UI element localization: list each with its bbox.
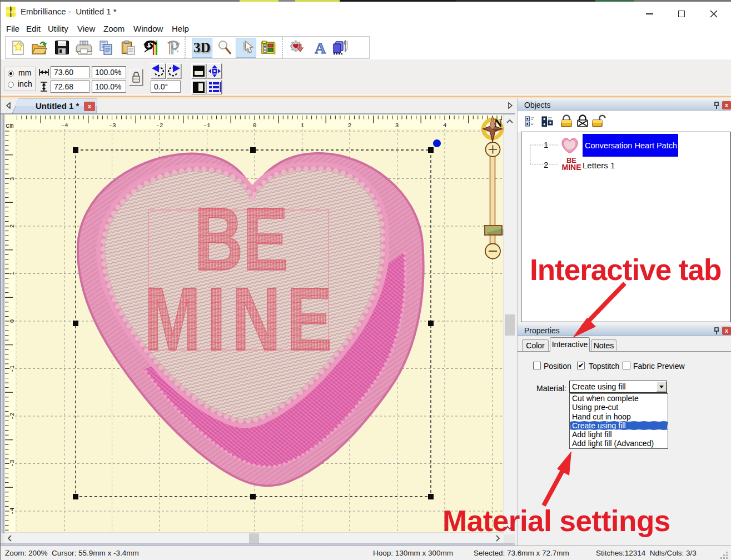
svg-text:-1: -1 [9, 365, 16, 373]
svg-text:2: 2 [9, 224, 16, 228]
svg-text:3: 3 [9, 177, 16, 181]
svg-text:2: 2 [348, 122, 352, 129]
svg-text:-2: -2 [156, 122, 163, 129]
svg-text:MINE: MINE [145, 268, 339, 369]
svg-text:1: 1 [301, 122, 305, 129]
svg-text:-4: -4 [61, 122, 68, 129]
svg-text:N: N [494, 117, 503, 129]
svg-text:-3: -3 [108, 122, 116, 129]
svg-text:-4: -4 [9, 507, 16, 515]
svg-text:-3: -3 [9, 459, 16, 467]
svg-text:0: 0 [253, 122, 257, 129]
svg-text:1: 1 [9, 271, 16, 275]
svg-text:A: A [315, 40, 326, 56]
svg-text:-2: -2 [9, 412, 16, 419]
svg-text:-1: -1 [203, 122, 211, 129]
svg-text:4: 4 [443, 122, 447, 129]
svg-text:3: 3 [395, 122, 399, 129]
svg-text:cm: cm [6, 122, 13, 130]
svg-text:0: 0 [9, 319, 16, 323]
